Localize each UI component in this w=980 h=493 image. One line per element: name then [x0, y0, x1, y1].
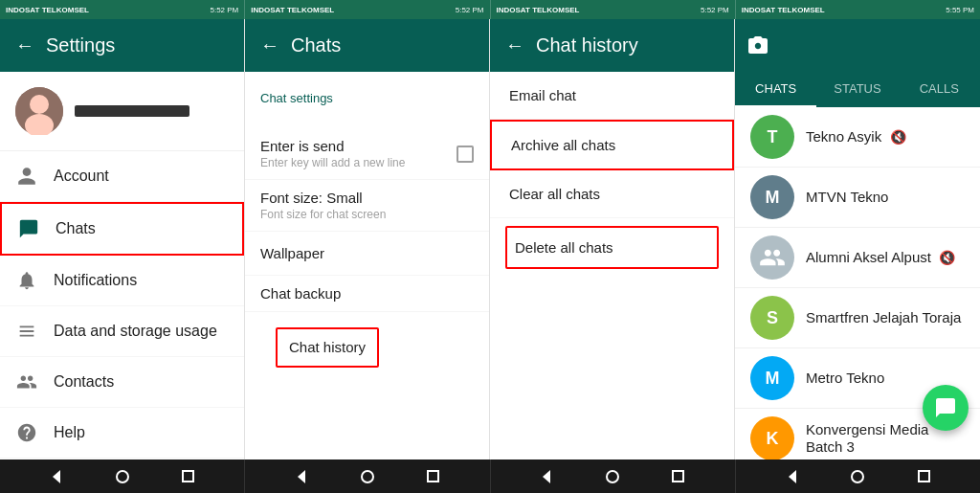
- home-button-1[interactable]: [113, 467, 132, 486]
- chat-list-header: [735, 19, 980, 72]
- carrier-2: INDOSAT TELKOMSEL: [251, 6, 334, 14]
- contacts-icon: [15, 370, 38, 393]
- back-button-3[interactable]: [537, 467, 556, 486]
- carrier-3: INDOSAT TELKOMSEL: [497, 6, 580, 14]
- home-button-2[interactable]: [358, 467, 377, 486]
- help-icon: [15, 421, 38, 444]
- chat-name-5: Metro Tekno: [806, 370, 884, 386]
- tab-chats[interactable]: CHATS: [735, 72, 816, 107]
- main-content: ← Settings Account: [0, 19, 980, 459]
- enter-send-row[interactable]: Enter is send Enter key will add a new l…: [245, 128, 489, 180]
- settings-menu: Account Chats Notifications Data and sto…: [0, 151, 244, 459]
- settings-back-button[interactable]: ←: [15, 34, 34, 56]
- chat-tabs: CHATS STATUS CALLS: [735, 72, 980, 107]
- chat-name-3: Alumni Aksel Alpust: [806, 249, 931, 265]
- back-button-2[interactable]: [292, 467, 311, 486]
- chat-item-3[interactable]: Alumni Aksel Alpust 🔇: [735, 228, 980, 288]
- help-label: Help: [54, 424, 85, 441]
- storage-label: Data and storage usage: [54, 323, 217, 340]
- chat-list-panel: CHATS STATUS CALLS T Tekno Asyik 🔇 M MTV…: [735, 19, 980, 459]
- settings-header: ← Settings: [0, 19, 244, 72]
- chat-item-4[interactable]: S Smartfren Jelajah Toraja: [735, 288, 980, 348]
- settings-item-contacts[interactable]: Contacts: [0, 357, 244, 408]
- font-size-title: Font size: Small: [260, 190, 474, 206]
- mute-icon-1: 🔇: [890, 129, 906, 145]
- delete-all-item[interactable]: Delete all chats: [507, 228, 717, 267]
- settings-panel: ← Settings Account: [0, 19, 245, 459]
- clear-all-item[interactable]: Clear all chats: [490, 170, 734, 218]
- chat-history-header: ← Chat history: [490, 19, 734, 72]
- chat-settings-label: Chat settings: [260, 83, 474, 117]
- font-size-sub: Font size for chat screen: [260, 208, 474, 221]
- mute-icon-3: 🔇: [939, 250, 955, 265]
- chat-avatar-6: K: [750, 416, 794, 459]
- chat-history-back-button[interactable]: ←: [505, 34, 524, 56]
- carrier-4: INDOSAT TELKOMSEL: [742, 6, 825, 14]
- chat-backup-row[interactable]: Chat backup: [245, 276, 489, 312]
- bottom-bar-1: [0, 459, 245, 493]
- recents-button-3[interactable]: [669, 467, 688, 486]
- recents-button-2[interactable]: [424, 467, 443, 486]
- settings-item-storage[interactable]: Data and storage usage: [0, 306, 244, 357]
- chat-info-5: Metro Tekno: [806, 370, 965, 387]
- contacts-label: Contacts: [54, 373, 114, 391]
- chats-label: Chats: [56, 220, 96, 237]
- svg-point-1: [30, 95, 49, 114]
- email-chat-item[interactable]: Email chat: [490, 72, 734, 120]
- storage-icon: [15, 320, 38, 343]
- recents-button-4[interactable]: [914, 467, 933, 486]
- back-button-4[interactable]: [783, 467, 802, 486]
- home-button-3[interactable]: [603, 467, 622, 486]
- enter-send-sub: Enter key will add a new line: [260, 156, 405, 169]
- archive-all-item[interactable]: Archive all chats: [492, 122, 732, 168]
- status-bar-1: INDOSAT TELKOMSEL 5:52 PM: [0, 0, 245, 19]
- bottom-bar-2: [245, 459, 490, 493]
- chat-name-1: Tekno Asyik: [806, 128, 881, 145]
- settings-item-account[interactable]: Account: [0, 151, 244, 202]
- home-button-4[interactable]: [848, 467, 867, 486]
- chat-info-2: MTVN Tekno: [806, 189, 965, 206]
- avatar: [15, 87, 63, 135]
- profile-info: [75, 105, 189, 117]
- settings-item-help[interactable]: Help: [0, 408, 244, 459]
- settings-item-notifications[interactable]: Notifications: [0, 256, 244, 306]
- chat-backup-title: Chat backup: [260, 285, 474, 302]
- bell-icon: [15, 269, 38, 292]
- chat-item-2[interactable]: M MTVN Tekno: [735, 168, 980, 228]
- settings-title: Settings: [46, 34, 115, 56]
- wallpaper-row[interactable]: Wallpaper: [245, 232, 489, 276]
- time-3: 5:52 PM: [701, 6, 729, 14]
- bottom-bar-3: [491, 459, 736, 493]
- notifications-label: Notifications: [54, 272, 137, 289]
- chat-history-container: Chat history: [245, 312, 489, 383]
- compose-fab[interactable]: [923, 385, 969, 431]
- status-bar-3: INDOSAT TELKOMSEL 5:52 PM: [491, 0, 736, 19]
- profile-section[interactable]: [0, 72, 244, 151]
- recents-button-1[interactable]: [178, 467, 197, 486]
- chat-avatar-4: S: [750, 296, 794, 340]
- chat-item-1[interactable]: T Tekno Asyik 🔇: [735, 107, 980, 168]
- font-size-row[interactable]: Font size: Small Font size for chat scre…: [245, 180, 489, 232]
- chat-settings-section: Chat settings: [245, 72, 489, 128]
- chat-avatar-3: [750, 235, 794, 280]
- status-bars: INDOSAT TELKOMSEL 5:52 PM INDOSAT TELKOM…: [0, 0, 980, 19]
- camera-icon[interactable]: [743, 31, 773, 61]
- time-4: 5:55 PM: [946, 6, 974, 14]
- archive-all-boxed: Archive all chats: [490, 120, 734, 170]
- status-bar-2: INDOSAT TELKOMSEL 5:52 PM: [245, 0, 490, 19]
- chat-history-panel: ← Chat history Email chat Archive all ch…: [490, 19, 735, 459]
- chat-name-6: Konvergensi Media Batch 3: [806, 421, 928, 455]
- chat-history-row[interactable]: Chat history: [276, 327, 379, 368]
- chat-icon: [17, 217, 40, 240]
- carrier-1: INDOSAT TELKOMSEL: [6, 6, 89, 14]
- wallpaper-title: Wallpaper: [260, 245, 474, 261]
- enter-send-checkbox[interactable]: [457, 146, 474, 163]
- tab-status[interactable]: STATUS: [816, 72, 898, 107]
- back-button-1[interactable]: [47, 467, 66, 486]
- chat-info-3: Alumni Aksel Alpust 🔇: [806, 249, 965, 266]
- tab-calls[interactable]: CALLS: [899, 72, 980, 107]
- enter-send-title: Enter is send: [260, 138, 405, 154]
- time-1: 5:52 PM: [210, 6, 238, 14]
- settings-item-chats[interactable]: Chats: [0, 202, 244, 256]
- chats-back-button[interactable]: ←: [260, 34, 279, 56]
